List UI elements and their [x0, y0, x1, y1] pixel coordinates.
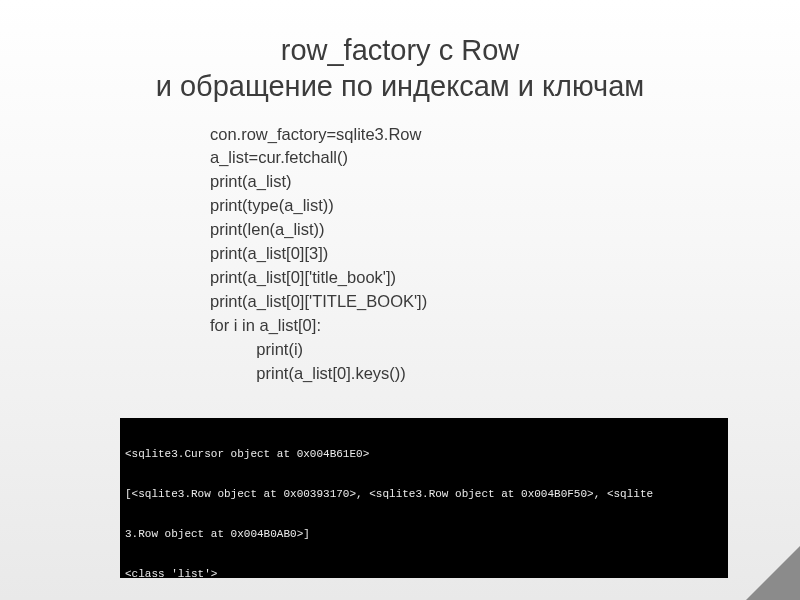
- terminal-line: [<sqlite3.Row object at 0x00393170>, <sq…: [125, 488, 723, 501]
- code-line: a_list=cur.fetchall(): [210, 146, 800, 170]
- code-line: print(a_list[0]['TITLE_BOOK']): [210, 290, 800, 314]
- code-line: print(i): [210, 338, 800, 362]
- title-line-2: и обращение по индексам и ключам: [0, 68, 800, 104]
- slide: row_factory c Row и обращение по индекса…: [0, 0, 800, 600]
- code-line: print(len(a_list)): [210, 218, 800, 242]
- terminal-line: <class 'list'>: [125, 568, 723, 578]
- code-line: print(a_list[0][3]): [210, 242, 800, 266]
- code-line: con.row_factory=sqlite3.Row: [210, 123, 800, 147]
- code-line: print(a_list[0].keys()): [210, 362, 800, 386]
- code-line: print(a_list): [210, 170, 800, 194]
- code-line: print(type(a_list)): [210, 194, 800, 218]
- code-block: con.row_factory=sqlite3.Row a_list=cur.f…: [210, 123, 800, 386]
- title-line-1: row_factory c Row: [0, 32, 800, 68]
- terminal-output: <sqlite3.Cursor object at 0x004B61E0> [<…: [120, 418, 728, 578]
- terminal-line: <sqlite3.Cursor object at 0x004B61E0>: [125, 448, 723, 461]
- code-line: for i in a_list[0]:: [210, 314, 800, 338]
- terminal-line: 3.Row object at 0x004B0AB0>]: [125, 528, 723, 541]
- code-line: print(a_list[0]['title_book']): [210, 266, 800, 290]
- slide-title: row_factory c Row и обращение по индекса…: [0, 0, 800, 113]
- corner-accent-icon: [746, 546, 800, 600]
